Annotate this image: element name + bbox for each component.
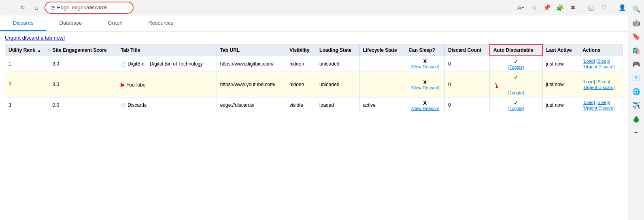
- sidebar-search-icon[interactable]: 🔍: [630, 2, 643, 15]
- cell-actions-2: [Load] [Sleep] [Urgent Discard]: [579, 72, 623, 97]
- cell-title-3: 📄 Discards: [117, 97, 217, 113]
- th-visibility[interactable]: Visibility: [286, 44, 316, 56]
- toggle-link-3[interactable]: [Toggle]: [493, 106, 539, 111]
- home-button[interactable]: ⌂: [31, 2, 42, 13]
- main-content: Urgent discard a tab now] Utility Rank ▲…: [0, 32, 644, 116]
- sidebar-bag-icon[interactable]: 🛍️: [630, 44, 643, 57]
- cell-visibility-2: hidden: [286, 72, 316, 97]
- divider: [582, 4, 582, 12]
- view-reason-link-2[interactable]: [View Reason]: [408, 85, 441, 90]
- cell-lifecycle-1: [359, 56, 405, 72]
- pin-icon[interactable]: 📌: [541, 2, 553, 13]
- urgent-link-3[interactable]: [Urgent Discard]: [582, 106, 614, 110]
- cell-title-1: 📄 DigitBin – Digital Bin of Technology: [117, 56, 217, 72]
- cell-can-sleep-3: X [View Reason]: [405, 97, 445, 113]
- th-actions[interactable]: Actions: [579, 44, 623, 56]
- sleep-link-2[interactable]: [Sleep]: [596, 79, 610, 84]
- cell-url-3: edge://discards/: [217, 97, 286, 113]
- cell-actions-1: [Load] [Sleep] [Urgent Discard]: [579, 56, 623, 72]
- sidebar-tools-icon[interactable]: 🌐: [630, 85, 643, 98]
- cell-can-sleep-1: X [View Reason]: [405, 56, 445, 72]
- urgent-discard-link[interactable]: Urgent discard a tab now]: [5, 35, 65, 41]
- cell-loading-1: unloaded: [316, 56, 360, 72]
- favorites-icon[interactable]: ☆: [528, 2, 540, 13]
- view-reason-link-3[interactable]: [View Reason]: [408, 106, 441, 111]
- urgent-link-1[interactable]: [Urgent Discard]: [582, 64, 614, 69]
- table-row: 1 3.0 📄 DigitBin – Digital Bin of Techno…: [5, 56, 623, 72]
- edge-label: Edge: [57, 4, 69, 11]
- discards-table: Utility Rank ▲ Site Engagement Score Tab…: [5, 44, 623, 113]
- cell-lifecycle-3: active: [359, 97, 405, 113]
- cell-visibility-3: visible: [286, 97, 316, 113]
- sidebar-outlook-icon[interactable]: 📧: [630, 71, 643, 84]
- collections-icon[interactable]: ◱: [585, 2, 597, 13]
- cell-url-2: https://www.youtube.com/: [217, 72, 286, 97]
- toolbar-right: A+ ☆ 📌 🧩 ✖ ◱ ♡ 👤 ⋯: [515, 2, 641, 13]
- arrow-indicator: ➘: [491, 79, 502, 91]
- sidebar-tree-icon[interactable]: 🌲: [630, 112, 643, 116]
- th-can-sleep[interactable]: Can Sleep?: [405, 44, 445, 56]
- cell-loading-3: loaded: [316, 97, 360, 113]
- doc-icon-3: 📄: [121, 103, 128, 108]
- th-site-engagement[interactable]: Site Engagement Score: [49, 44, 117, 56]
- tab-graph[interactable]: Graph: [95, 15, 135, 31]
- cell-last-active-2: just now: [542, 72, 579, 97]
- th-last-active[interactable]: Last Active: [542, 44, 579, 56]
- cell-utility-rank-2: 2: [5, 72, 49, 97]
- cell-auto-3: ✓ [Toggle]: [490, 97, 542, 113]
- back-button[interactable]: ←: [3, 2, 15, 13]
- view-reason-link-1[interactable]: [View Reason]: [408, 64, 441, 69]
- th-tab-title[interactable]: Tab Title: [117, 44, 217, 56]
- sidebar-discover-icon[interactable]: ✈️: [630, 99, 643, 112]
- cell-discard-count-2: 0: [445, 72, 490, 97]
- cell-utility-rank-1: 1: [5, 56, 49, 72]
- load-link-2[interactable]: [Load]: [582, 79, 595, 84]
- browser-chrome: ← ↻ ⌂ ◔ Edge edge://discards A+ ☆ 📌 🧩 ✖ …: [0, 0, 644, 15]
- cell-auto-2: ✓ ➘ [Toggle]: [490, 72, 542, 97]
- sleep-link-3[interactable]: [Sleep]: [596, 100, 610, 105]
- refresh-button[interactable]: ↻: [17, 2, 28, 13]
- doc-icon: 📄: [121, 61, 128, 66]
- cell-utility-rank-3: 3: [5, 97, 49, 113]
- th-lifecycle-state[interactable]: Lifecycle State: [359, 44, 405, 56]
- profile-icon[interactable]: 👤: [616, 2, 628, 13]
- settings-icon[interactable]: ✖: [567, 2, 578, 13]
- cell-discard-count-1: 0: [445, 56, 490, 72]
- toggle-link-1[interactable]: [Toggle]: [493, 65, 539, 70]
- tab-discards[interactable]: Discards: [0, 15, 47, 31]
- tab-database[interactable]: Database: [47, 15, 95, 31]
- cell-can-sleep-2: X [View Reason]: [405, 72, 445, 97]
- cell-last-active-1: just now: [542, 56, 579, 72]
- th-utility-rank[interactable]: Utility Rank ▲: [5, 44, 49, 56]
- th-tab-url[interactable]: Tab URL: [217, 44, 286, 56]
- cell-visibility-1: hidden: [286, 56, 316, 72]
- address-bar[interactable]: ◔ Edge edge://discards: [45, 2, 134, 14]
- cell-title-2: ▶ YouTube: [117, 72, 217, 97]
- load-link-1[interactable]: [Load]: [582, 59, 595, 63]
- th-auto-discardable[interactable]: Auto Discardable: [490, 44, 542, 56]
- table-row: 2 3.0 ▶ YouTube https://www.youtube.com/…: [5, 72, 623, 97]
- youtube-icon: ▶: [121, 81, 125, 88]
- cell-auto-1: ✓ [Toggle]: [490, 56, 542, 72]
- sidebar-games-icon[interactable]: 🎮: [630, 57, 643, 70]
- cell-discard-count-3: 0: [445, 97, 490, 113]
- th-discard-count[interactable]: Discard Count: [445, 44, 490, 56]
- extensions-icon[interactable]: 🧩: [554, 2, 565, 13]
- edge-logo-icon: ◔: [50, 4, 55, 11]
- urgent-link-2[interactable]: [Urgent Discard]: [582, 85, 614, 90]
- th-loading-state[interactable]: Loading State: [316, 44, 360, 56]
- sidebar-favorites-icon[interactable]: 🔖: [630, 30, 643, 43]
- address-url-text: edge://discards: [72, 4, 128, 11]
- tab-resources[interactable]: Resources: [135, 15, 186, 31]
- toggle-link-2[interactable]: [Toggle]: [493, 90, 539, 95]
- cell-engagement-2: 3.0: [49, 72, 117, 97]
- cell-loading-2: unloaded: [316, 72, 360, 97]
- cell-actions-3: [Load] [Sleep] [Urgent Discard]: [579, 97, 623, 113]
- sidebar-copilot-icon[interactable]: 🤖: [630, 16, 643, 29]
- read-aloud-icon[interactable]: A+: [515, 2, 527, 13]
- sleep-link-1[interactable]: [Sleep]: [596, 59, 610, 63]
- sidebar-icons: 🔍 🤖 🔖 🛍️ 🎮 📧 🌐 ✈️ 🌲 +: [628, 0, 644, 116]
- add-to-favorites-icon[interactable]: ♡: [598, 2, 610, 13]
- cell-url-1: https://www.digitbin.com/: [217, 56, 286, 72]
- load-link-3[interactable]: [Load]: [582, 100, 595, 105]
